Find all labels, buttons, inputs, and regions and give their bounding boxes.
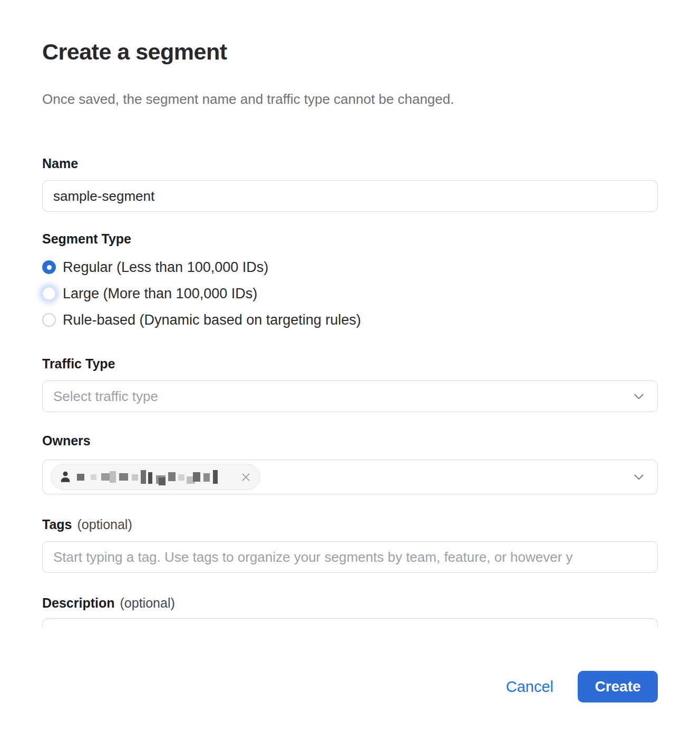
radio-option-label: Large (More than 100,000 IDs) [63,286,257,302]
dialog-footer: Cancel Create [42,671,658,702]
create-button[interactable]: Create [578,671,658,702]
dialog-subtitle: Once saved, the segment name and traffic… [42,91,658,108]
owner-chip[interactable] [51,464,260,490]
segment-type-radio-group: Regular (Less than 100,000 IDs) Large (M… [42,254,658,333]
radio-option-large[interactable]: Large (More than 100,000 IDs) [42,280,658,307]
tags-input[interactable] [42,541,658,573]
cancel-button[interactable]: Cancel [506,678,553,696]
close-icon[interactable] [240,472,251,483]
chevron-down-icon [632,389,646,403]
person-icon [59,470,72,484]
create-segment-dialog: Create a segment Once saved, the segment… [0,39,700,742]
name-label: Name [42,156,658,171]
radio-option-rule-based[interactable]: Rule-based (Dynamic based on targeting r… [42,307,658,333]
radio-selected-icon[interactable] [42,260,56,274]
radio-option-label: Rule-based (Dynamic based on targeting r… [63,312,361,328]
radio-unselected-icon[interactable] [42,313,56,327]
segment-type-label: Segment Type [42,231,658,247]
name-input[interactable] [42,180,658,212]
description-optional-suffix: (optional) [120,595,175,611]
description-textarea[interactable] [42,618,658,628]
page-title: Create a segment [42,39,658,65]
owners-label: Owners [42,433,658,448]
traffic-type-label: Traffic Type [42,356,658,372]
tags-label: Tags (optional) [42,517,658,532]
radio-unselected-icon[interactable] [42,287,56,300]
traffic-type-placeholder: Select traffic type [53,388,158,405]
radio-option-label: Regular (Less than 100,000 IDs) [63,259,268,276]
description-label: Description (optional) [42,595,658,611]
redacted-owner-name [77,468,235,486]
radio-option-regular[interactable]: Regular (Less than 100,000 IDs) [42,254,658,280]
owners-select[interactable] [42,460,658,494]
description-textarea-clipped [42,618,658,628]
chevron-down-icon [632,470,646,484]
tags-optional-suffix: (optional) [77,517,132,532]
traffic-type-select[interactable]: Select traffic type [42,380,658,412]
